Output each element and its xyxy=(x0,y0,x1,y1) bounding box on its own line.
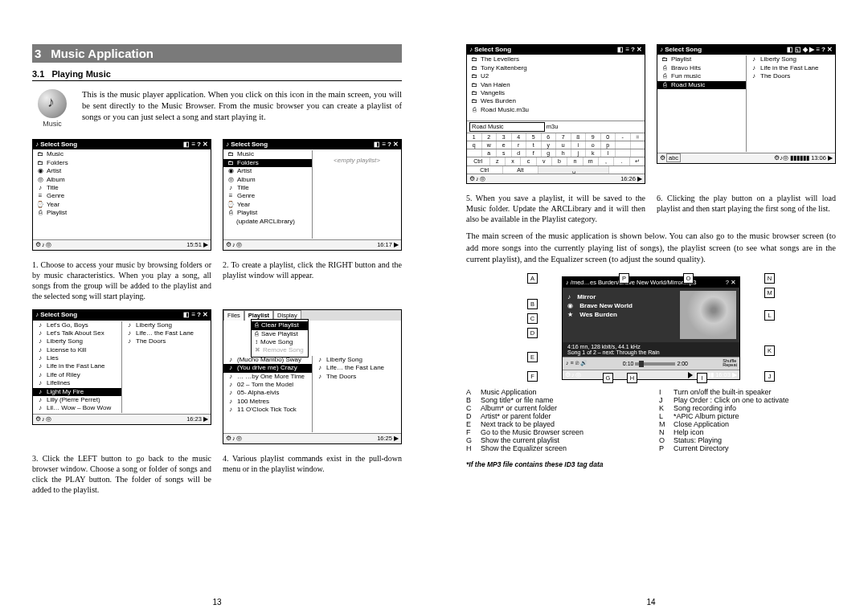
recording-info: 4:16 mn, 128 kbit/s, 44.1 kHz xyxy=(567,344,735,349)
play-status-icon xyxy=(688,372,693,378)
chapter-number: 3 xyxy=(35,47,47,60)
caption-5: 5. When you save a playlist, it will be … xyxy=(466,193,645,224)
music-app-icon: Music xyxy=(32,89,72,128)
section-heading: 3.1 Playing Music xyxy=(32,69,402,81)
chapter-heading: 3 Music Application xyxy=(32,44,402,63)
screenshot-5: ♪ Select Song◧≡?✕ 🗀The Levellers 🗀Tony K… xyxy=(466,44,645,184)
album-art xyxy=(680,291,736,339)
screenshot-6: ♪ Select Song◧◱◈▶≡?✕ 🗀Playlist ⎙Bravo Hi… xyxy=(657,44,836,164)
caption-4: 4. Various playlist commands exist in th… xyxy=(223,453,402,495)
main-description: The main screen of the music application… xyxy=(466,231,836,265)
caption-6: 6. Clicking the play button on a playlis… xyxy=(657,193,836,224)
music-note-icon xyxy=(38,89,67,118)
caption-2: 2. To create a playlist, click the RIGHT… xyxy=(223,260,402,301)
titlebar-icons: ◧≡?✕ xyxy=(182,141,208,149)
album-name: Brave New World xyxy=(579,302,633,309)
empty-playlist-label: <empty playlist> xyxy=(313,150,401,165)
screenshot-4: Files Playlist Display ⎙Clear Playlist ⎙… xyxy=(223,309,402,444)
artist-name: Wes Burden xyxy=(579,311,617,318)
song-title: Mirror xyxy=(577,293,596,300)
next-track: Song 1 of 2 – next: Through the Rain xyxy=(567,349,735,355)
filename-input[interactable]: Road Music xyxy=(469,122,545,132)
page-left: 3 Music Application 3.1 Playing Music Mu… xyxy=(0,0,434,613)
current-path: /med…es Burden/Brave New World/Mirror.mp… xyxy=(571,279,697,286)
playlist-menu: ⎙Clear Playlist ⎙Save Playlist ↕Move Son… xyxy=(251,319,309,358)
caption-3: 3. Click the LEFT button to go back to t… xyxy=(32,453,211,495)
screenshot-3: ♪ Select Song◧≡?✕ ♪Let's Go, Boys ♪Let's… xyxy=(32,309,211,424)
page-right: ♪ Select Song◧≡?✕ 🗀The Levellers 🗀Tony K… xyxy=(434,0,868,613)
legend: AMusic Application BSong title* or file … xyxy=(466,388,836,452)
titlebar: ♪ Select Song ◧≡?✕ xyxy=(33,140,211,149)
player-controls: ♪≡⎚🔊 0:10 2:00 Shuffle Repeat xyxy=(563,357,739,370)
page-number: 14 xyxy=(466,598,836,607)
intro-paragraph: This is the music player application. Wh… xyxy=(82,89,402,128)
page-number: 13 xyxy=(32,598,402,607)
player-diagram: A P O N M B C D L K E F J G H I ♪ /med…e… xyxy=(522,276,780,380)
footnote: *If the MP3 file contains these ID3 tag … xyxy=(466,460,836,468)
screenshot-2: ♪ Select Song◧≡?✕ 🗀Music 🗀Folders ◉Artis… xyxy=(223,139,402,251)
player-screenshot: ♪ /med…es Burden/Brave New World/Mirror.… xyxy=(562,276,740,380)
caption-1: 1. Choose to access your music by browsi… xyxy=(32,260,211,301)
chapter-title: Music Application xyxy=(51,47,154,60)
screenshot-1: ♪ Select Song ◧≡?✕ 🗀Music 🗀Folders ◉Arti… xyxy=(32,139,211,251)
